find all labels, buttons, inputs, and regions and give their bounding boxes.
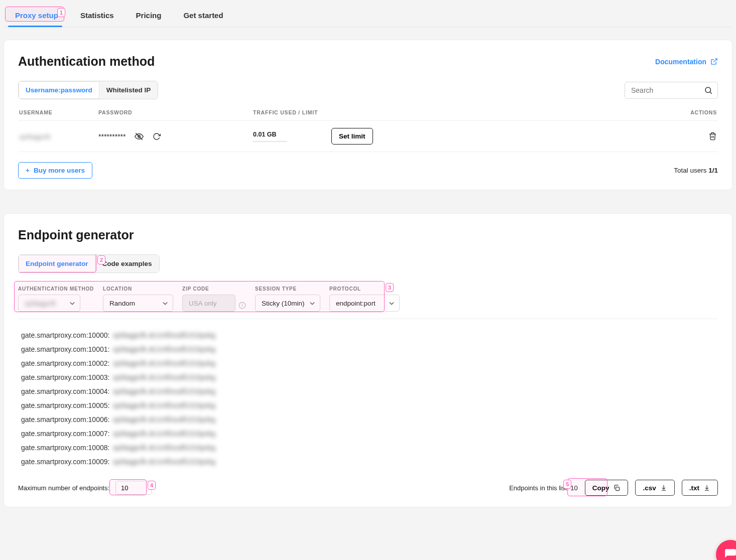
endpoint-host: gate.smartproxy.com:10002:	[21, 359, 109, 367]
endpoint-host: gate.smartproxy.com:10001:	[21, 345, 109, 353]
password-masked: **********	[98, 132, 126, 141]
copy-button[interactable]: Copy	[585, 480, 629, 496]
filter-location-select[interactable]: Random	[103, 295, 173, 312]
endpoint-credentials: sp0tagpcfk.dc1mf0xodf1010pxkg	[112, 444, 215, 452]
filter-location-label: LOCATION	[103, 286, 173, 292]
endpoint-credentials: sp0tagpcfk.dc1mf0xodf1010pxkg	[112, 345, 215, 353]
svg-point-0	[705, 87, 711, 93]
endpoint-host: gate.smartproxy.com:10004:	[21, 387, 109, 395]
filter-zip-input: USA only	[182, 295, 235, 312]
tab-statistics[interactable]: Statistics	[76, 4, 118, 27]
endpoint-credentials: sp0tagpcfk.dc1mf0xodf1010pxkg	[112, 401, 215, 409]
filter-zip-label: ZIP CODE	[182, 286, 246, 292]
endpoint-host: gate.smartproxy.com:10007:	[21, 430, 109, 438]
col-actions: ACTIONS	[677, 109, 717, 115]
endpoint-row: gate.smartproxy.com:10003:sp0tagpcfk.dc1…	[21, 370, 715, 384]
buy-more-users-button[interactable]: + Buy more users	[18, 162, 92, 179]
generator-title: Endpoint generator	[18, 228, 718, 242]
annotation-3: 3	[386, 283, 394, 292]
filter-session-select[interactable]: Sticky (10min)	[255, 295, 320, 312]
tab-get-started[interactable]: Get started	[179, 4, 227, 27]
annotation-2: 2	[97, 255, 105, 264]
col-traffic: TRAFFIC USED / LIMIT	[253, 109, 677, 115]
active-tab-indicator	[8, 26, 62, 27]
endpoint-host: gate.smartproxy.com:10005:	[21, 401, 109, 409]
chevron-down-icon	[310, 302, 315, 306]
annotation-5: 5	[563, 480, 571, 489]
username-value: sp0tagpcfk	[19, 133, 51, 141]
tab-proxy-setup[interactable]: Proxy setup	[11, 4, 62, 27]
endpoint-row: gate.smartproxy.com:10007:sp0tagpcfk.dc1…	[21, 427, 715, 441]
chevron-down-icon	[163, 302, 168, 306]
segment-whitelisted-ip[interactable]: Whitelisted IP	[99, 81, 158, 99]
external-link-icon	[710, 58, 718, 65]
endpoint-host: gate.smartproxy.com:10000:	[21, 331, 109, 339]
svg-point-3	[242, 304, 242, 304]
tab-pricing[interactable]: Pricing	[132, 4, 166, 27]
plus-icon: +	[26, 167, 30, 174]
download-icon	[703, 484, 710, 491]
endpoint-row: gate.smartproxy.com:10001:sp0tagpcfk.dc1…	[21, 342, 715, 356]
chevron-down-icon	[389, 302, 394, 306]
download-txt-button[interactable]: .txt	[682, 480, 718, 496]
tab-endpoint-generator[interactable]: Endpoint generator	[19, 255, 95, 272]
col-username: USERNAME	[19, 109, 98, 115]
endpoint-host: gate.smartproxy.com:10008:	[21, 444, 109, 452]
endpoint-row: gate.smartproxy.com:10002:sp0tagpcfk.dc1…	[21, 356, 715, 370]
documentation-link[interactable]: Documentation	[655, 58, 718, 66]
set-limit-button[interactable]: Set limit	[331, 128, 373, 145]
regenerate-password-icon[interactable]	[153, 132, 161, 141]
endpoint-credentials: sp0tagpcfk.dc1mf0xodf1010pxkg	[112, 373, 215, 381]
traffic-value: 0.01 GB	[253, 131, 287, 138]
endpoint-credentials: sp0tagpcfk.dc1mf0xodf1010pxkg	[112, 387, 215, 395]
endpoint-host: gate.smartproxy.com:10006:	[21, 415, 109, 424]
endpoint-credentials: sp0tagpcfk.dc1mf0xodf1010pxkg	[112, 458, 215, 466]
svg-rect-4	[616, 487, 620, 490]
col-password: PASSWORD	[98, 109, 253, 115]
endpoint-host: gate.smartproxy.com:10003:	[21, 373, 109, 381]
total-users: Total users 1/1	[674, 167, 718, 174]
info-icon[interactable]	[238, 302, 246, 309]
chevron-down-icon	[70, 302, 75, 306]
endpoint-row: gate.smartproxy.com:10004:sp0tagpcfk.dc1…	[21, 384, 715, 398]
max-endpoints-input[interactable]	[115, 481, 152, 495]
max-endpoints-label: Maximum number of endpoints:	[18, 484, 109, 492]
annotation-1: 1	[57, 8, 65, 17]
endpoint-credentials: sp0tagpcfk.dc1mf0xodf1010pxkg	[112, 359, 215, 367]
users-table-header: USERNAME PASSWORD TRAFFIC USED / LIMIT A…	[18, 99, 718, 120]
segment-user-pass[interactable]: Username:password	[19, 81, 99, 99]
endpoint-row: gate.smartproxy.com:10006:sp0tagpcfk.dc1…	[21, 412, 715, 427]
download-icon	[660, 484, 667, 491]
endpoint-row: gate.smartproxy.com:10009:sp0tagpcfk.dc1…	[21, 455, 715, 469]
copy-icon	[613, 484, 621, 492]
user-row: sp0tagpcfk ********** 0.01 GB Set limit	[18, 120, 718, 152]
endpoint-list: gate.smartproxy.com:10000:sp0tagpcfk.dc1…	[18, 319, 718, 473]
main-nav: Proxy setup Statistics Pricing Get start…	[4, 4, 732, 27]
endpoint-row: gate.smartproxy.com:10005:sp0tagpcfk.dc1…	[21, 398, 715, 412]
endpoint-credentials: sp0tagpcfk.dc1mf0xodf1010pxkg	[112, 430, 215, 438]
endpoint-row: gate.smartproxy.com:10000:sp0tagpcfk.dc1…	[21, 328, 715, 342]
endpoint-row: gate.smartproxy.com:10008:sp0tagpcfk.dc1…	[21, 441, 715, 455]
auth-title: Authentication method	[18, 54, 155, 69]
filter-protocol-select[interactable]: endpoint:port	[329, 295, 400, 312]
endpoint-generator-card: Endpoint generator Endpoint generator Co…	[4, 214, 732, 507]
endpoint-credentials: sp0tagpcfk.dc1mf0xodf1010pxkg	[112, 415, 215, 424]
filter-auth-select[interactable]: sp0tagpcfk	[18, 295, 80, 312]
download-csv-button[interactable]: .csv	[635, 480, 674, 496]
auth-card: Authentication method Documentation User…	[4, 40, 732, 190]
filter-auth-label: AUTHENTICATION METHOD	[18, 286, 94, 292]
annotation-4: 4	[148, 481, 156, 490]
endpoint-credentials: sp0tagpcfk.dc1mf0xodf1010pxkg	[112, 331, 215, 339]
traffic-bar	[253, 141, 287, 142]
reveal-password-icon[interactable]	[135, 132, 144, 141]
search-icon	[704, 86, 713, 95]
endpoint-host: gate.smartproxy.com:10009:	[21, 458, 109, 466]
delete-user-icon[interactable]	[708, 132, 717, 141]
filter-session-label: SESSION TYPE	[255, 286, 320, 292]
auth-method-segmented: Username:password Whitelisted IP	[18, 81, 158, 99]
